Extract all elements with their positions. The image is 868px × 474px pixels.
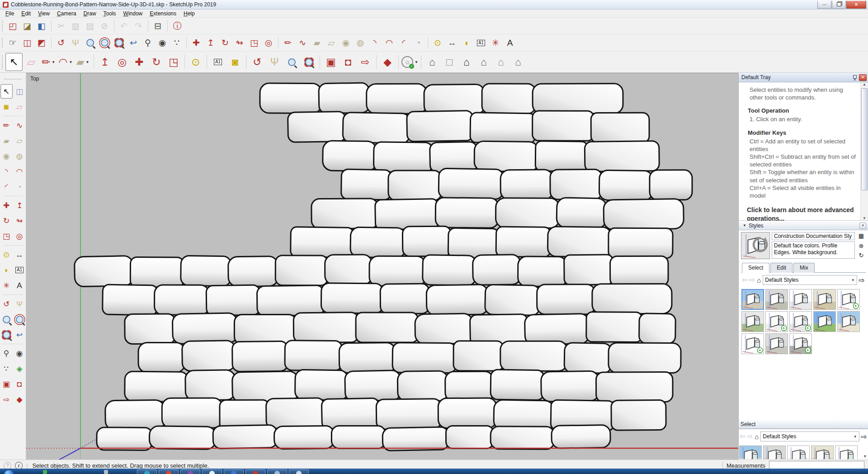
style-thumbnail[interactable]	[789, 311, 812, 332]
arc-button[interactable]: ◝	[0, 164, 13, 179]
stone[interactable]	[331, 426, 385, 448]
style-thumbnail[interactable]	[741, 289, 764, 310]
pan-button[interactable]: Ψ	[68, 36, 83, 50]
details-arrow-icon[interactable]: ⇨	[859, 276, 865, 284]
close-button[interactable]: ✕	[846, 1, 866, 9]
stone[interactable]	[537, 284, 595, 314]
style-thumbnail[interactable]	[765, 289, 788, 310]
style-thumbnail[interactable]	[765, 311, 788, 332]
stone[interactable]	[453, 341, 503, 371]
paint-bucket-button[interactable]: ◙	[226, 53, 244, 71]
stone[interactable]	[430, 142, 477, 172]
open-button[interactable]: ◪	[20, 19, 34, 33]
share-model-button[interactable]: ⇨	[0, 392, 13, 407]
stone[interactable]	[491, 427, 554, 450]
dimension-button[interactable]: ↔	[445, 36, 459, 50]
style-thumbnail[interactable]	[765, 333, 788, 354]
stone[interactable]	[345, 370, 401, 401]
dimension-button[interactable]: ↔	[14, 247, 26, 262]
stone[interactable]	[367, 84, 427, 114]
select-collection-dropdown[interactable]: Default Styles ▼	[760, 431, 859, 441]
style-description-field[interactable]: Default face colors. Profile Edges. Whit…	[772, 242, 855, 259]
styles-section-header[interactable]: ▼ Styles ✕	[739, 221, 868, 230]
cut-button[interactable]: ✂	[54, 19, 68, 33]
extension-warehouse-button[interactable]: ◘	[14, 377, 26, 391]
stone[interactable]	[592, 284, 672, 314]
zoom-window-button[interactable]	[97, 36, 112, 50]
stone[interactable]	[339, 343, 395, 373]
stone[interactable]	[172, 313, 237, 344]
taskbar-app-tile[interactable]	[159, 469, 179, 474]
tray-close-icon[interactable]: ✕	[859, 74, 867, 81]
follow-me-button[interactable]: ↬	[14, 213, 26, 228]
stone[interactable]	[149, 426, 216, 450]
tape-measure-button[interactable]: ⊙	[430, 36, 445, 50]
stone[interactable]	[397, 371, 448, 401]
current-style-thumbnail[interactable]	[741, 232, 770, 259]
stone[interactable]	[343, 112, 410, 143]
taskbar-app-tile[interactable]	[180, 469, 200, 474]
minimize-button[interactable]: —	[817, 1, 831, 9]
stone[interactable]	[182, 341, 236, 371]
component-attributes-button[interactable]: ◩	[34, 36, 49, 50]
instructor-scrollbar[interactable]: ▲ ▼	[860, 82, 868, 220]
scale-button[interactable]: ◳	[165, 53, 182, 71]
orbit-button[interactable]: ↺	[249, 53, 266, 71]
arc-button[interactable]: ◠▼	[57, 53, 74, 71]
pan-button[interactable]: Ψ	[14, 297, 26, 311]
protractor-button[interactable]: ◗	[0, 263, 13, 277]
make-component-button[interactable]: ◫	[14, 84, 26, 99]
stone[interactable]	[162, 398, 222, 428]
iso-view-button[interactable]: ⌂	[424, 53, 441, 71]
stone[interactable]	[402, 226, 451, 256]
stone[interactable]	[232, 341, 288, 371]
back-arrow-icon[interactable]: ⇦	[742, 276, 748, 284]
menu-help[interactable]: Help	[180, 10, 198, 17]
tab-select[interactable]: Select	[742, 263, 769, 273]
style-thumbnail[interactable]	[837, 311, 860, 332]
style-thumbnail[interactable]	[813, 311, 836, 332]
stone[interactable]	[325, 255, 373, 284]
stone[interactable]	[125, 314, 175, 344]
stone[interactable]	[74, 256, 133, 286]
stone[interactable]	[599, 170, 652, 201]
zoom-button[interactable]	[283, 53, 300, 71]
stone[interactable]	[319, 83, 370, 114]
menu-tools[interactable]: Tools	[100, 10, 120, 17]
rectangle-button[interactable]: ▰	[0, 133, 13, 148]
stone[interactable]	[321, 283, 383, 313]
polygon-button[interactable]: ◍	[14, 149, 26, 163]
share-model-button[interactable]: ⇨	[357, 53, 374, 71]
stone[interactable]	[125, 371, 189, 402]
menu-edit[interactable]: Edit	[18, 10, 34, 17]
stone[interactable]	[426, 284, 488, 315]
zoom-button[interactable]	[83, 36, 97, 50]
style-thumbnail[interactable]	[787, 446, 810, 459]
move-button[interactable]: ✚	[0, 198, 13, 213]
zoom-button[interactable]	[0, 312, 13, 327]
protractor-button[interactable]: ◗	[459, 36, 474, 50]
taskbar-app-tile[interactable]	[245, 469, 265, 474]
rotated-rectangle-button[interactable]: ▱	[14, 133, 26, 148]
stone[interactable]	[260, 83, 322, 114]
pin-icon[interactable]	[852, 75, 857, 81]
stone[interactable]	[415, 313, 473, 344]
details-arrow-icon[interactable]: ⇨	[861, 432, 867, 441]
stone[interactable]	[376, 398, 441, 429]
offset-button[interactable]: ◎	[113, 53, 131, 71]
home-icon[interactable]: ⌂	[755, 433, 759, 441]
stone[interactable]	[610, 256, 669, 286]
model-viewport[interactable]: Top	[26, 73, 738, 460]
taskbar-app-tile[interactable]	[137, 469, 157, 474]
undo-button[interactable]: ↶	[117, 19, 131, 33]
stone[interactable]	[382, 427, 449, 451]
stone[interactable]	[495, 198, 559, 228]
arc-button[interactable]: ◝	[368, 36, 382, 50]
toolbar-grip[interactable]	[1, 37, 4, 49]
follow-me-button[interactable]: ↬	[232, 36, 247, 50]
stone[interactable]	[611, 400, 666, 430]
forward-arrow-icon[interactable]: ⇨	[750, 276, 755, 284]
push-pull-button[interactable]: ↥	[96, 53, 113, 71]
toolbar-grip[interactable]	[1, 20, 4, 31]
styles-collection-dropdown[interactable]: Default Styles ▼	[763, 275, 857, 285]
